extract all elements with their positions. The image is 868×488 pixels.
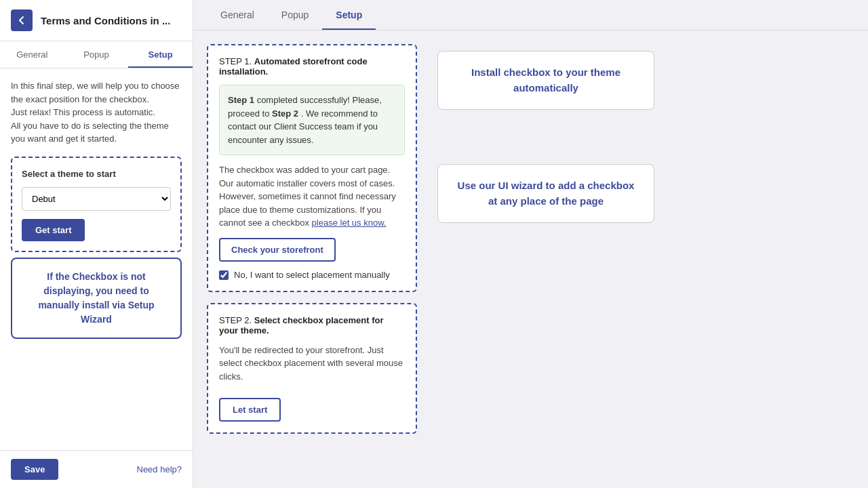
let-us-know-link[interactable]: please let us know. bbox=[312, 218, 387, 228]
tab-setup-left[interactable]: Setup bbox=[128, 41, 193, 68]
steps-column: STEP 1. Automated storefront code instal… bbox=[207, 44, 417, 474]
manual-placement-checkbox[interactable] bbox=[219, 270, 229, 280]
tab-popup-top[interactable]: Popup bbox=[268, 0, 322, 30]
step2-prefix: STEP 2. bbox=[219, 315, 254, 325]
step1-box: STEP 1. Automated storefront code instal… bbox=[207, 44, 417, 292]
let-start-button[interactable]: Let start bbox=[219, 398, 281, 422]
back-button[interactable] bbox=[11, 9, 33, 31]
callout2-text: Use our UI wizard to add a checkbox at a… bbox=[458, 180, 635, 207]
left-footer: Save Need help? bbox=[0, 450, 193, 488]
select-theme-box: Select a theme to start Debut Dawn Minim… bbox=[11, 157, 182, 253]
step1-title: STEP 1. Automated storefront code instal… bbox=[219, 56, 405, 77]
get-start-button[interactable]: Get start bbox=[22, 219, 85, 241]
wizard-callout-text: If the Checkbox is not displaying, you n… bbox=[38, 271, 154, 325]
tab-general-left[interactable]: General bbox=[0, 41, 64, 68]
check-storefront-button[interactable]: Check your storefront bbox=[219, 238, 336, 262]
tab-setup-top[interactable]: Setup bbox=[322, 0, 376, 30]
theme-select[interactable]: Debut Dawn Minimal Brooklyn bbox=[22, 187, 171, 211]
select-theme-label: Select a theme to start bbox=[22, 167, 171, 181]
callout2-wrapper: Use our UI wizard to add a checkbox at a… bbox=[437, 164, 854, 223]
left-panel: Terms and Conditions in ... General Popu… bbox=[0, 0, 193, 488]
step1-prefix: STEP 1. bbox=[219, 56, 254, 66]
main-content: STEP 1. Automated storefront code instal… bbox=[193, 30, 868, 488]
tab-popup-left[interactable]: Popup bbox=[64, 41, 129, 68]
callouts-column: Install checkbox to your theme automatic… bbox=[417, 44, 854, 474]
app-title: Terms and Conditions in ... bbox=[41, 15, 170, 26]
right-panel: General Popup Setup STEP 1. Automated st… bbox=[193, 0, 868, 488]
left-content: In this final step, we will help you to … bbox=[0, 68, 193, 450]
save-button[interactable]: Save bbox=[11, 459, 58, 480]
manual-placement-row: No, I want to select placement manually bbox=[219, 270, 405, 280]
top-tabs: General Popup Setup bbox=[193, 0, 868, 30]
left-header: Terms and Conditions in ... bbox=[0, 0, 193, 41]
step2-body: You'll be redirected to your storefront.… bbox=[219, 344, 405, 384]
callout1-box: Install checkbox to your theme automatic… bbox=[437, 51, 654, 110]
tab-general-top[interactable]: General bbox=[207, 0, 268, 30]
step1-success-step: Step 1 bbox=[228, 95, 254, 105]
need-help-link[interactable]: Need help? bbox=[137, 464, 182, 474]
step1-body: The checkbox was added to your cart page… bbox=[219, 163, 405, 230]
wizard-callout: If the Checkbox is not displaying, you n… bbox=[11, 258, 182, 339]
callout1-text: Install checkbox to your theme automatic… bbox=[471, 66, 620, 94]
callout2-box: Use our UI wizard to add a checkbox at a… bbox=[437, 164, 654, 223]
step1-success-box: Step 1 completed successfully! Please, p… bbox=[219, 85, 405, 155]
step2-title: STEP 2. Select checkbox placement for yo… bbox=[219, 315, 405, 336]
step2-box: STEP 2. Select checkbox placement for yo… bbox=[207, 303, 417, 434]
manual-placement-label: No, I want to select placement manually bbox=[234, 270, 390, 280]
description-text: In this final step, we will help you to … bbox=[11, 79, 182, 146]
step1-success-step2: Step 2 bbox=[272, 108, 298, 119]
left-tabs: General Popup Setup bbox=[0, 41, 193, 68]
callout1-wrapper: Install checkbox to your theme automatic… bbox=[437, 51, 854, 110]
